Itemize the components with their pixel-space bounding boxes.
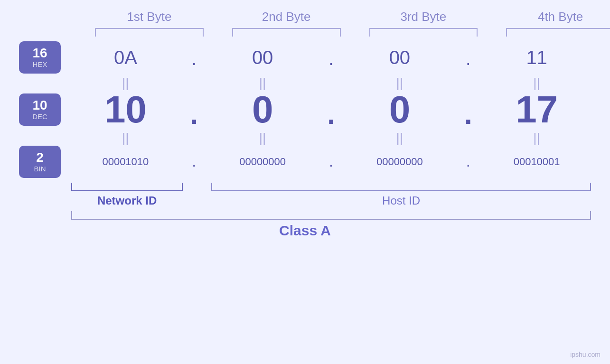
eq1-b4: || [482, 76, 591, 90]
bin-base-num: 2 [36, 150, 44, 165]
hex-dot1: . [180, 51, 208, 68]
byte4-bracket [506, 28, 610, 37]
hex-dot3: . [454, 51, 482, 68]
bin-b4: 00010001 [482, 156, 591, 168]
bin-row: 2 BIN 00001010 . 00000000 . 00000000 . 0… [19, 146, 591, 178]
dec-b4: 17 [482, 91, 591, 129]
dec-row: 10 DEC 10 . 0 . 0 . 17 [19, 91, 591, 129]
hex-base-label: HEX [33, 61, 47, 69]
hex-badge: 16 HEX [19, 41, 61, 74]
hex-row: 16 HEX 0A . 00 . 00 . 11 [19, 41, 591, 74]
bin-b2: 00000000 [208, 156, 317, 168]
dec-dot2: . [317, 103, 346, 126]
byte1-bracket [95, 28, 204, 37]
host-bracket [211, 183, 591, 191]
bin-dot2: . [317, 155, 346, 169]
eq1-b1: || [71, 76, 180, 90]
dec-b1: 10 [71, 91, 180, 129]
bin-badge: 2 BIN [19, 146, 61, 178]
equals-row-1: || || || || [19, 76, 591, 90]
byte2-bracket [232, 28, 341, 37]
eq2-b1: || [71, 131, 180, 145]
network-id-label: Network ID [97, 194, 157, 207]
dec-dot1: . [180, 103, 208, 126]
dec-b3: 0 [346, 91, 454, 129]
network-bracket [71, 183, 183, 191]
dec-b2: 0 [208, 91, 317, 129]
hex-b3: 00 [346, 47, 454, 68]
class-label: Class A [279, 223, 331, 239]
dec-badge: 10 DEC [19, 93, 61, 126]
hex-b2: 00 [208, 47, 317, 68]
eq2-b2: || [208, 131, 317, 145]
dec-base-num: 10 [32, 98, 47, 113]
bin-b1: 00001010 [71, 156, 180, 168]
byte2-header: 2nd Byte [232, 9, 341, 24]
eq1-b3: || [346, 76, 454, 90]
eq2-b4: || [482, 131, 591, 145]
host-id-label: Host ID [382, 194, 420, 207]
equals-row-2: || || || || [19, 131, 591, 145]
byte4-header: 4th Byte [506, 9, 610, 24]
dec-base-label: DEC [32, 113, 47, 121]
class-bracket [71, 211, 591, 220]
eq2-b3: || [346, 131, 454, 145]
byte3-bracket [369, 28, 478, 37]
bin-dot3: . [454, 155, 482, 169]
eq1-b2: || [208, 76, 317, 90]
byte3-header: 3rd Byte [369, 9, 478, 24]
dec-dot3: . [454, 103, 482, 126]
bin-base-label: BIN [34, 165, 46, 173]
hex-dot2: . [317, 51, 346, 68]
bin-dot1: . [180, 155, 208, 169]
hex-b4: 11 [482, 47, 591, 68]
watermark: ipshu.com [570, 351, 601, 358]
hex-b1: 0A [71, 47, 180, 68]
bin-b3: 00000000 [346, 156, 454, 168]
hex-base-num: 16 [32, 46, 47, 61]
byte1-header: 1st Byte [95, 9, 204, 24]
